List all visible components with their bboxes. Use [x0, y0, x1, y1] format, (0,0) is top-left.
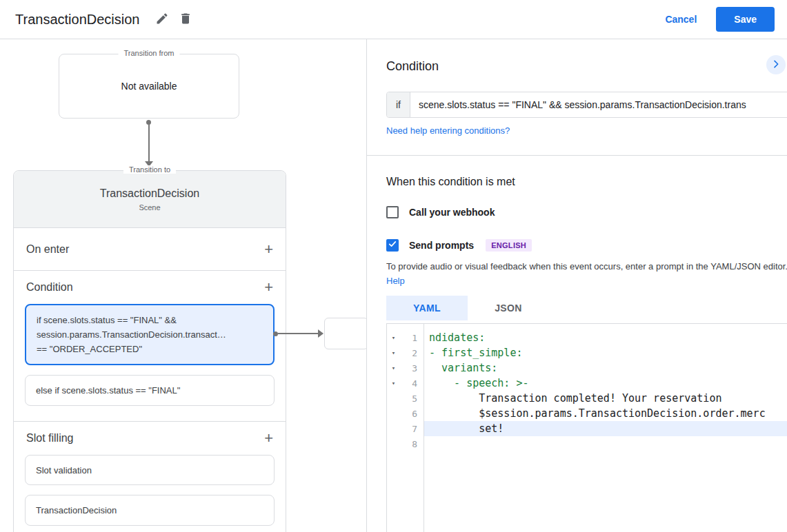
yaml-editor[interactable]: ▾1 ndidates: ▾2 - first_simple: ▾3 varia…	[386, 323, 787, 532]
line-number: 7	[400, 424, 424, 434]
delete-scene-button[interactable]	[174, 8, 197, 31]
transition-target-node[interactable]	[324, 318, 367, 349]
send-prompts-label: Send prompts	[409, 240, 474, 251]
slot-item-validation[interactable]: Slot validation	[25, 455, 275, 485]
connector-dot	[273, 331, 278, 336]
slot-item-transactiondecision[interactable]: TransactionDecision	[25, 495, 275, 526]
pencil-icon	[155, 12, 169, 28]
code-text: variants:	[424, 360, 787, 376]
line-number: 2	[400, 348, 424, 358]
cancel-button[interactable]: Cancel	[665, 14, 697, 25]
call-webhook-label: Call your webhook	[409, 207, 495, 218]
condition-item-selected[interactable]: if scene.slots.status == "FINAL" && sess…	[25, 304, 275, 365]
slot-item-text: TransactionDecision	[36, 505, 117, 515]
send-prompts-row: Send prompts ENGLISH	[386, 239, 532, 252]
checkmark-icon	[388, 239, 397, 252]
editor-line: ▾1 ndidates:	[387, 330, 787, 345]
webhook-row: Call your webhook	[386, 206, 495, 218]
condition-expression-field: if scene.slots.status == "FINAL" && sess…	[386, 92, 787, 118]
condition-expression-input[interactable]: scene.slots.status == "FINAL" && session…	[410, 92, 787, 117]
editor-tabs: YAML JSON	[386, 296, 549, 320]
code-text: - first_simple:	[424, 345, 787, 360]
collapse-panel-button[interactable]	[766, 55, 786, 74]
send-prompts-checkbox[interactable]	[386, 239, 399, 252]
connector-line	[278, 333, 318, 334]
line-number: 8	[400, 439, 424, 449]
condition-line: session.params.TransactionDecision.trans…	[37, 327, 263, 342]
editor-line: ▾4 - speech: >-	[387, 376, 787, 391]
code-text: $session.params.TransactionDecision.orde…	[424, 406, 787, 421]
editor-line: ▾2 - first_simple:	[387, 345, 787, 360]
fold-arrow-icon[interactable]: ▾	[387, 334, 400, 341]
section-condition: Condition + if scene.slots.status == "FI…	[14, 271, 286, 422]
condition-line: == "ORDER_ACCEPTED"	[37, 342, 263, 356]
help-link[interactable]: Help	[386, 276, 405, 286]
line-number: 1	[400, 333, 424, 343]
line-number: 3	[400, 363, 424, 374]
panel-divider	[367, 155, 787, 156]
transition-from-content: Not available	[59, 54, 239, 118]
code-text: Transaction completed! Your reservation	[424, 391, 787, 406]
add-on-enter-button[interactable]: +	[264, 243, 273, 256]
fold-arrow-icon[interactable]: ▾	[387, 349, 400, 356]
line-number: 4	[400, 378, 424, 389]
arrow-right-icon	[318, 329, 323, 338]
if-prefix: if	[387, 92, 410, 117]
code-text: - speech: >-	[424, 376, 787, 391]
transition-from-box: Transition from Not available	[59, 54, 239, 119]
tab-yaml[interactable]: YAML	[386, 296, 468, 320]
save-button[interactable]: Save	[716, 7, 775, 32]
code-text: ndidates:	[424, 330, 787, 345]
on-enter-label: On enter	[26, 243, 69, 256]
gutter-divider	[424, 324, 424, 532]
prompts-description: To provide audio or visual feedback when…	[386, 259, 787, 288]
add-condition-button[interactable]: +	[264, 280, 273, 294]
slot-item-text: Slot validation	[36, 465, 92, 475]
editor-line: ▾3 variants:	[387, 360, 787, 376]
condition-section-label: Condition	[26, 281, 73, 294]
call-webhook-checkbox[interactable]	[386, 206, 399, 218]
topbar-actions: Cancel Save	[665, 7, 775, 32]
transition-from-label: Transition from	[119, 49, 180, 57]
section-on-enter: On enter +	[14, 228, 286, 271]
chevron-right-icon	[770, 59, 781, 72]
condition-detail-panel: Condition if scene.slots.status == "FINA…	[367, 39, 787, 532]
condition-help-link[interactable]: Need help entering conditions?	[386, 125, 510, 136]
tab-json[interactable]: JSON	[468, 296, 549, 320]
editor-line: 5 Transaction completed! Your reservatio…	[387, 391, 787, 406]
prompts-description-text: To provide audio or visual feedback when…	[386, 261, 787, 272]
transition-to-label: Transition to	[123, 165, 176, 174]
line-number: 5	[400, 393, 424, 404]
trash-icon	[179, 12, 192, 28]
when-condition-met-title: When this condition is met	[386, 176, 515, 188]
fold-arrow-icon[interactable]: ▾	[387, 365, 400, 371]
condition-else-text: else if scene.slots.status == "FINAL"	[36, 385, 180, 396]
connector-line	[148, 124, 150, 161]
edit-title-button[interactable]	[150, 8, 174, 31]
condition-panel-title: Condition	[386, 59, 439, 74]
code-text	[424, 436, 787, 451]
scene-name: TransactionDecision	[100, 187, 199, 200]
top-bar: TransactionDecision Cancel Save	[0, 0, 787, 39]
editor-line-highlighted: 7 set!	[387, 421, 787, 436]
transition-to-card: Transition to TransactionDecision Scene …	[13, 170, 286, 532]
section-slot-filling: Slot filling + Slot validation Transacti…	[14, 422, 286, 532]
scene-card-header[interactable]: TransactionDecision Scene	[14, 171, 286, 228]
editor-line: 8	[387, 436, 787, 451]
language-badge: ENGLISH	[486, 239, 532, 252]
scene-type: Scene	[139, 203, 160, 212]
editor-line: 6 $session.params.TransactionDecision.or…	[387, 406, 787, 421]
slot-filling-label: Slot filling	[26, 432, 73, 444]
add-slot-button[interactable]: +	[264, 431, 273, 445]
condition-line: if scene.slots.status == "FINAL" &&	[37, 313, 263, 327]
line-number: 6	[400, 409, 424, 419]
code-text: set!	[424, 421, 787, 436]
fold-arrow-icon[interactable]: ▾	[387, 380, 400, 387]
page-title: TransactionDecision	[15, 12, 139, 28]
scene-diagram-panel: Transition from Not available Transition…	[0, 39, 367, 532]
condition-item-else[interactable]: else if scene.slots.status == "FINAL"	[25, 375, 275, 406]
